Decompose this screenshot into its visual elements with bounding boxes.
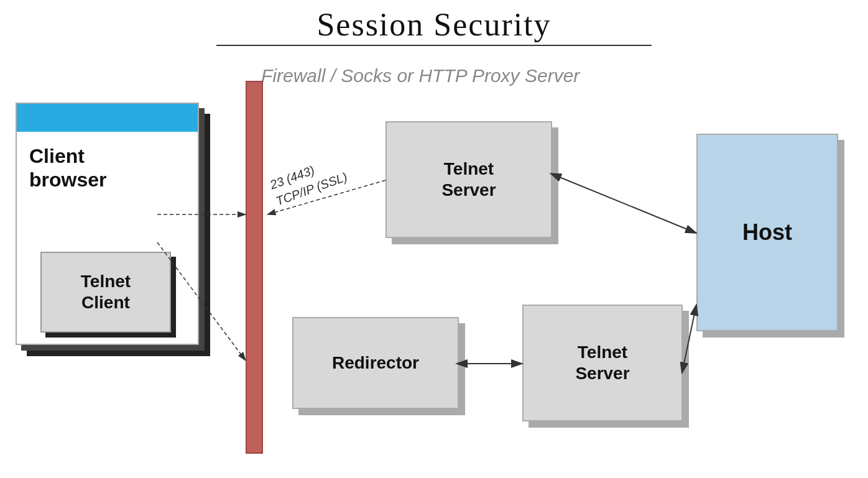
host-container: Host <box>696 134 846 339</box>
firewall-bar <box>246 81 263 454</box>
page-title: Session Security <box>0 6 868 43</box>
title-underline <box>216 45 652 46</box>
client-browser-window: Clientbrowser TelnetClient <box>16 103 215 370</box>
telnet-client-box: TelnetClient <box>40 252 171 333</box>
host-box: Host <box>696 134 838 331</box>
diagram: Session Security Firewall / Socks or HTT… <box>0 0 868 478</box>
arrow-server-top-host <box>560 177 696 233</box>
redirector-container: Redirector <box>292 317 466 416</box>
telnet-server-top-container: TelnetServer <box>386 121 560 246</box>
telnet-server-bottom-container: TelnetServer <box>522 305 690 429</box>
redirector-box: Redirector <box>292 317 459 409</box>
tcpip-label: 23 (443) TCP/IP (SSL) <box>267 152 349 210</box>
client-browser-label: Clientbrowser <box>17 132 198 205</box>
browser-titlebar <box>17 104 198 132</box>
telnet-server-top-box: TelnetServer <box>386 121 552 238</box>
telnet-server-bottom-box: TelnetServer <box>522 305 683 421</box>
firewall-label: Firewall / Socks or HTTP Proxy Server <box>261 65 579 86</box>
telnet-client-container: TelnetClient <box>40 252 177 339</box>
